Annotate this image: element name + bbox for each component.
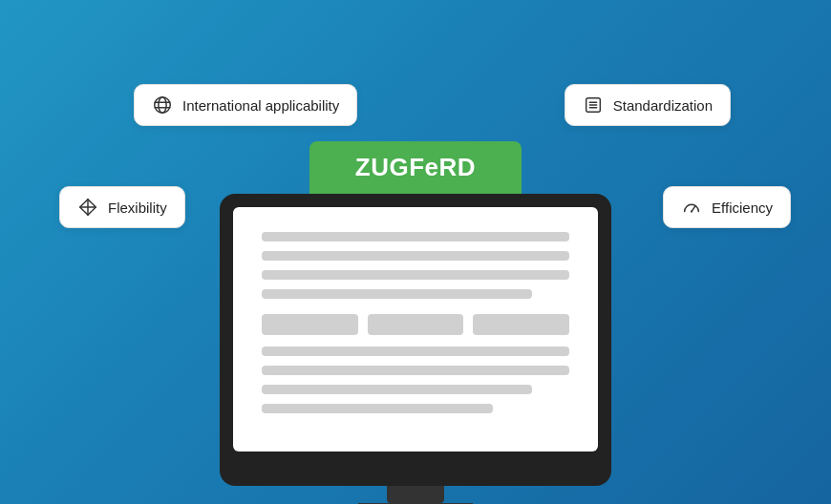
doc-line-2	[262, 251, 569, 261]
doc-line-1	[262, 232, 569, 242]
badge-flexibility: Flexibility	[59, 186, 185, 228]
svg-point-11	[691, 210, 692, 212]
doc-box-1	[262, 314, 358, 335]
zugferd-title: ZUGFeRD	[309, 141, 522, 194]
svg-point-0	[155, 97, 171, 114]
svg-point-1	[159, 97, 166, 114]
monitor	[220, 194, 611, 486]
list-icon	[583, 94, 604, 116]
badge-standardization-label: Standardization	[613, 97, 713, 114]
doc-box-3	[473, 314, 569, 335]
doc-line-6	[262, 366, 569, 375]
doc-line-3	[262, 270, 569, 280]
globe-icon	[152, 94, 173, 116]
doc-box-2	[368, 314, 464, 335]
badge-efficiency-label: Efficiency	[712, 200, 773, 216]
doc-line-7	[262, 385, 532, 394]
badge-standardization: Standardization	[565, 84, 731, 126]
badge-efficiency: Efficiency	[663, 186, 791, 228]
doc-line-8	[262, 404, 493, 413]
monitor-screen	[233, 207, 598, 452]
center-content: ZUGFeRD	[220, 141, 611, 504]
badge-international: International applicability	[134, 84, 357, 126]
doc-line-5	[262, 346, 569, 356]
arrows-icon	[77, 197, 98, 218]
doc-grid	[262, 314, 569, 335]
doc-line-4	[262, 289, 532, 299]
gauge-icon	[681, 197, 702, 218]
monitor-stand	[387, 486, 444, 503]
badge-international-label: International applicability	[182, 97, 339, 114]
badge-flexibility-label: Flexibility	[108, 200, 167, 216]
